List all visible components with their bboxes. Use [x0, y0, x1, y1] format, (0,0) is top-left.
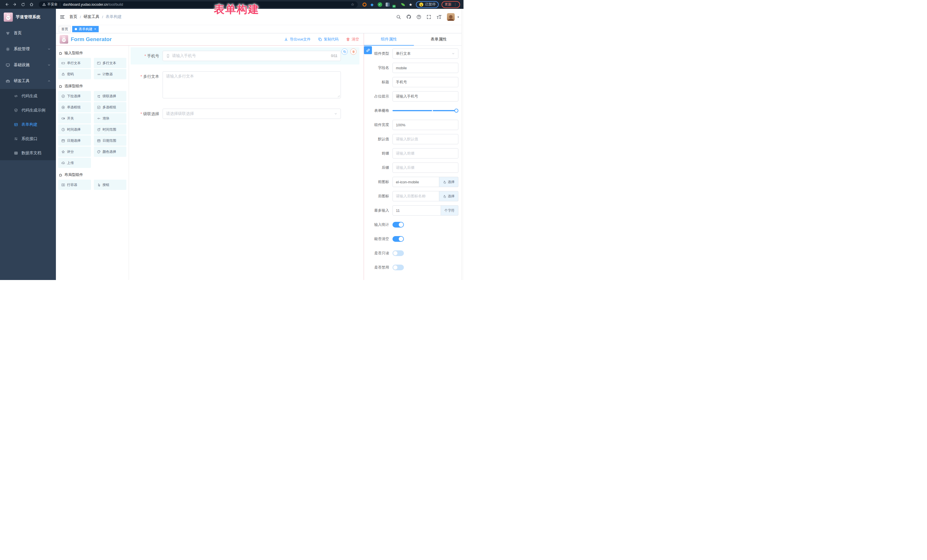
- form-generator-header: Form Generator 导出vue文件复制代码清空: [56, 33, 364, 46]
- component-item-单行文本[interactable]: 单行文本: [58, 58, 91, 68]
- select-icon-button[interactable]: 选择: [439, 191, 458, 201]
- page-scrollbar[interactable]: [462, 9, 464, 280]
- canvas-field-mobile[interactable]: *手机号 请输入手机号 0/11: [131, 47, 359, 64]
- sidebar-item-首页[interactable]: 首页: [0, 25, 56, 41]
- leaf-extension-icon[interactable]: [400, 2, 405, 7]
- orange-ring-extension-icon[interactable]: [362, 2, 367, 7]
- 复制代码-button[interactable]: 复制代码: [318, 37, 339, 42]
- toggle-是否只读[interactable]: [392, 250, 404, 256]
- select-icon: [61, 94, 65, 98]
- link-icon[interactable]: [364, 46, 372, 54]
- sidebar-item-代码生成示例[interactable]: 代码生成示例: [0, 103, 56, 117]
- 导出vue文件-button[interactable]: 导出vue文件: [284, 37, 311, 42]
- cascader-select[interactable]: 请选择级联选择: [163, 109, 341, 119]
- canvas-field-textarea[interactable]: *多行文本 请输入多行文本: [131, 68, 359, 102]
- property-row-标题: 标题手机号: [368, 77, 458, 87]
- property-input-组件宽度[interactable]: 100%: [392, 120, 458, 130]
- update-button[interactable]: 更新 ⋮: [442, 1, 460, 8]
- help-icon[interactable]: [416, 15, 421, 20]
- font-size-icon[interactable]: [436, 15, 442, 20]
- search-icon[interactable]: [396, 15, 401, 20]
- canvas-field-cascader[interactable]: *级联选择 请选择级联选择: [131, 105, 359, 122]
- dark-on-extension-icon[interactable]: on: [393, 2, 398, 7]
- address-bar[interactable]: 不安全 dashboard.yudao.iocoder.cn/tool/buil…: [39, 2, 358, 8]
- property-input-标题[interactable]: 手机号: [392, 77, 458, 87]
- component-item-评分[interactable]: 评分: [58, 147, 91, 157]
- tab-组件属性[interactable]: 组件属性: [364, 33, 414, 46]
- slider-handle[interactable]: [454, 109, 458, 112]
- property-input-字段名[interactable]: mobile: [392, 63, 458, 73]
- url-text[interactable]: dashboard.yudao.iocoder.cn/tool/build: [63, 3, 123, 6]
- property-input-默认值[interactable]: 请输入默认值: [392, 134, 458, 144]
- 清空-button[interactable]: 清空: [346, 37, 359, 42]
- component-item-单选框组[interactable]: 单选框组: [58, 102, 91, 112]
- component-item-多行文本[interactable]: 多行文本: [94, 58, 127, 68]
- component-item-计数器[interactable]: 123计数器: [94, 69, 127, 79]
- sidebar-item-代码生成[interactable]: 代码生成: [0, 89, 56, 103]
- component-item-滑块[interactable]: 滑块: [94, 113, 127, 123]
- profile-paused-badge[interactable]: 已暂停: [416, 1, 439, 8]
- security-label[interactable]: 不安全: [47, 2, 58, 7]
- property-input-占位提示[interactable]: 请输入手机号: [392, 91, 458, 102]
- github-icon[interactable]: [406, 14, 411, 20]
- split-extension-icon[interactable]: [385, 2, 390, 7]
- component-item-按钮[interactable]: 按钮: [94, 180, 127, 190]
- sidebar-logo-row[interactable]: 芋道管理系统: [0, 9, 56, 25]
- sidebar-item-系统管理[interactable]: 系统管理: [0, 41, 56, 57]
- sidebar-item-系统接口[interactable]: 系统接口: [0, 132, 56, 146]
- security-warning-icon[interactable]: [42, 3, 46, 6]
- browser-home-icon[interactable]: [28, 2, 35, 8]
- tab-表单属性[interactable]: 表单属性: [414, 33, 464, 46]
- sidebar-item-研发工具[interactable]: 研发工具: [0, 73, 56, 89]
- component-item-颜色选择[interactable]: 颜色选择: [94, 147, 127, 157]
- property-input-前图标[interactable]: el-icon-mobile: [392, 177, 439, 187]
- form-canvas[interactable]: *手机号 请输入手机号 0/11: [129, 46, 364, 280]
- sidebar-item-表单构建[interactable]: 表单构建: [0, 117, 56, 132]
- component-item-下拉选择[interactable]: 下拉选择: [58, 91, 91, 101]
- component-item-级联选择[interactable]: 级联选择: [94, 91, 127, 101]
- component-item-时间范围[interactable]: 时间范围: [94, 124, 127, 135]
- sidebar-item-数据库文档[interactable]: 数据库文档: [0, 146, 56, 160]
- delete-field-button[interactable]: [350, 49, 357, 55]
- copy-field-button[interactable]: [342, 49, 348, 55]
- browser-back-icon[interactable]: [3, 2, 10, 8]
- green-check-extension-icon[interactable]: ✓: [377, 2, 382, 7]
- property-input-后缀[interactable]: 请输入后缀: [392, 162, 458, 173]
- component-item-日期选择[interactable]: 日期选择: [58, 135, 91, 146]
- fullscreen-icon[interactable]: [426, 15, 431, 20]
- breadcrumb-item[interactable]: 首页: [69, 14, 77, 20]
- property-select-组件类型[interactable]: 单行文本: [392, 49, 458, 59]
- component-item-时间选择[interactable]: 时间选择: [58, 124, 91, 135]
- mobile-input[interactable]: 请输入手机号 0/11: [163, 51, 341, 61]
- tab-首页[interactable]: 首页: [59, 26, 71, 32]
- avatar-caret-icon[interactable]: ▾: [457, 15, 459, 18]
- close-icon[interactable]: ×: [94, 27, 96, 31]
- toggle-能否清空[interactable]: [392, 236, 404, 242]
- component-item-多选框组[interactable]: 多选框组: [94, 102, 127, 112]
- component-item-行容器[interactable]: 行容器: [58, 180, 91, 190]
- blue-drop-extension-icon[interactable]: ◆: [370, 2, 374, 7]
- sidebar-item-基础设施[interactable]: 基础设施: [0, 57, 56, 73]
- select-icon-button[interactable]: 选择: [439, 177, 458, 187]
- toggle-是否禁用[interactable]: [392, 265, 404, 270]
- component-item-密码[interactable]: 密码: [58, 69, 91, 79]
- user-avatar[interactable]: [447, 13, 454, 21]
- property-input-最多输入[interactable]: 11: [392, 205, 441, 216]
- star-extension-icon[interactable]: ★: [408, 2, 413, 7]
- bookmark-star-icon[interactable]: ☆: [351, 2, 354, 6]
- component-item-日期范围[interactable]: 日期范围: [94, 135, 127, 146]
- breadcrumb-item[interactable]: 研发工具: [84, 14, 100, 20]
- toggle-输入统计[interactable]: [392, 222, 404, 228]
- grid-slider[interactable]: [392, 110, 456, 111]
- component-item-开关[interactable]: 开关: [58, 113, 91, 123]
- tab-表单构建[interactable]: 表单构建×: [72, 26, 99, 32]
- component-item-上传[interactable]: 上传: [58, 158, 91, 168]
- browser-reload-icon[interactable]: [20, 2, 26, 8]
- hamburger-icon[interactable]: [59, 14, 65, 20]
- resize-grip-icon[interactable]: [337, 95, 340, 97]
- textarea-input[interactable]: 请输入多行文本: [163, 71, 341, 99]
- browser-forward-icon[interactable]: [12, 2, 18, 8]
- copy-icon: [318, 37, 322, 41]
- property-input-后图标[interactable]: 请输入后图标名称: [392, 191, 439, 201]
- property-input-前缀[interactable]: 请输入前缀: [392, 148, 458, 159]
